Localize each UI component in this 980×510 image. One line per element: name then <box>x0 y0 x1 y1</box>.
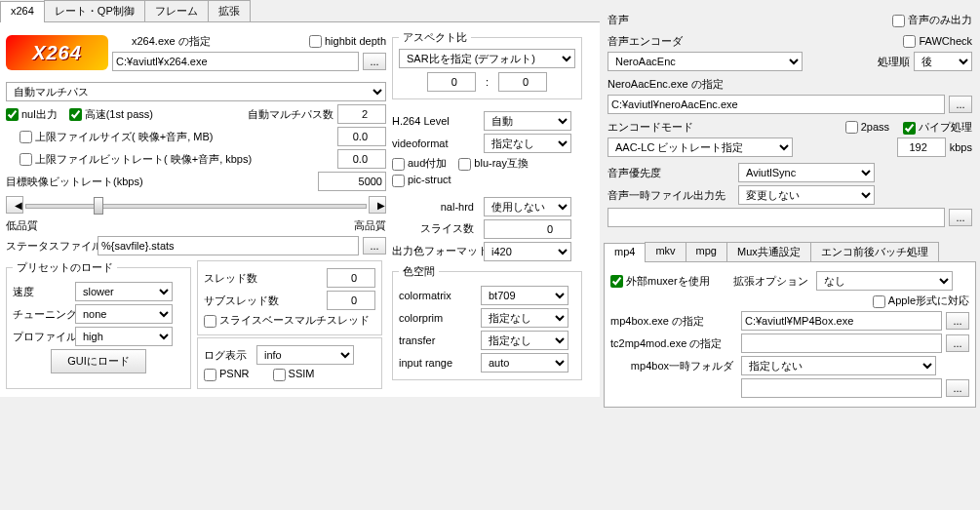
mp4box-browse[interactable]: ... <box>946 312 969 330</box>
pipe-checkbox[interactable]: パイプ処理 <box>903 120 972 135</box>
log-select[interactable]: info <box>256 345 354 365</box>
tc2mp4-path[interactable] <box>741 333 942 353</box>
log-label: ログ表示 <box>204 348 247 363</box>
audio-encoder-label: 音声エンコーダ <box>608 34 705 49</box>
nulout-checkbox[interactable]: nul出力 <box>6 107 58 122</box>
videoformat-label: videoformat <box>392 137 480 149</box>
transfer-label: transfer <box>399 334 477 346</box>
h264level-label: H.264 Level <box>392 115 480 127</box>
audio-tempout-path[interactable] <box>608 208 945 227</box>
colorspace-legend: 色空間 <box>399 264 439 279</box>
colorprim-select[interactable]: 指定なし <box>481 308 568 328</box>
statusfile-browse[interactable]: ... <box>363 237 386 255</box>
audio-bitrate[interactable] <box>897 137 946 157</box>
order-select[interactable]: 後 <box>914 52 972 71</box>
tab-batch[interactable]: エンコ前後バッチ処理 <box>810 242 939 261</box>
extmuxer-checkbox[interactable]: 外部muxerを使用 <box>610 274 710 289</box>
aspect-mode[interactable]: SAR比を指定 (デフォルト) <box>399 49 575 68</box>
slices-val[interactable] <box>484 219 571 239</box>
autopass-label: 自動マルチパス数 <box>248 107 333 122</box>
audio-priority-label: 音声優先度 <box>608 166 734 180</box>
audio-mode-label: エンコードモード <box>608 120 693 135</box>
outcolor-label: 出力色フォーマット <box>392 244 480 258</box>
profile-select[interactable]: high <box>75 327 173 346</box>
mp4tmp-browse[interactable]: ... <box>946 379 969 397</box>
bluray-checkbox[interactable]: blu-ray互換 <box>458 156 529 171</box>
aspect-v1[interactable] <box>427 72 476 92</box>
ssim-checkbox[interactable]: SSIM <box>273 368 315 381</box>
audio-priority-select[interactable]: AviutlSync <box>738 163 875 182</box>
tab-x264[interactable]: x264 <box>0 1 45 22</box>
quality-slider[interactable] <box>25 195 367 215</box>
twopass-checkbox[interactable]: 2pass <box>845 121 889 135</box>
mp4tmp-path[interactable] <box>741 378 942 398</box>
tab-frame[interactable]: フレーム <box>144 0 209 21</box>
colormatrix-label: colormatrix <box>399 290 477 301</box>
fawcheck-checkbox[interactable]: FAWCheck <box>903 35 972 49</box>
audio-tempout-select[interactable]: 変更しない <box>738 185 875 205</box>
mp4box-path[interactable] <box>741 311 942 331</box>
upper-filerate-val[interactable] <box>337 149 386 169</box>
x264exe-label: x264.exe の指定 <box>132 34 211 49</box>
tab-mp4[interactable]: mp4 <box>604 243 646 262</box>
transfer-select[interactable]: 指定なし <box>481 331 568 350</box>
outcolor-select[interactable]: i420 <box>484 242 571 261</box>
target-bitrate-label: 目標映像ビットレート(kbps) <box>6 175 143 189</box>
upper-filesize-checkbox[interactable]: 上限ファイルサイズ( 映像+音声, MB) <box>20 130 213 144</box>
colormatrix-select[interactable]: bt709 <box>481 286 568 305</box>
h264level-select[interactable]: 自動 <box>484 111 571 131</box>
profile-label: プロファイル <box>13 330 71 344</box>
highbit-checkbox[interactable]: highbit depth <box>309 35 386 49</box>
autopass-spinner[interactable] <box>337 104 386 124</box>
tab-rateqp[interactable]: レート・QP制御 <box>44 0 145 21</box>
slicebase-checkbox[interactable]: スライスベースマルチスレッド <box>204 313 370 328</box>
x264exe-path[interactable] <box>112 52 359 71</box>
nalhrd-select[interactable]: 使用しない <box>484 197 571 216</box>
audio-tempout-browse[interactable]: ... <box>949 209 972 226</box>
tab-ext[interactable]: 拡張 <box>208 0 251 21</box>
tune-select[interactable]: none <box>75 304 173 324</box>
tab-mkv[interactable]: mkv <box>645 242 686 261</box>
mp4box-label: mp4box.exe の指定 <box>610 314 737 329</box>
audio-exe-path[interactable] <box>608 95 945 114</box>
threads-val[interactable] <box>327 268 375 288</box>
inputrange-select[interactable]: auto <box>481 353 568 373</box>
preset-legend: プリセットのロード <box>13 260 117 275</box>
subthreads-val[interactable] <box>327 291 375 310</box>
fast1st-checkbox[interactable]: 高速(1st pass) <box>69 107 153 122</box>
statusfile-val[interactable] <box>98 236 359 255</box>
audio-mode-select[interactable]: AAC-LC ビットレート指定 <box>608 137 793 157</box>
tune-label: チューニング <box>13 307 71 322</box>
mp4tmp-select[interactable]: 指定しない <box>741 356 936 375</box>
upper-filesize-val[interactable] <box>337 127 386 146</box>
audio-encoder-select[interactable]: NeroAacEnc <box>608 52 803 71</box>
picstruct-checkbox[interactable]: pic-struct <box>392 174 451 187</box>
gui-load-button[interactable]: GUIにロード <box>51 349 146 373</box>
upper-filerate-checkbox[interactable]: 上限ファイルビットレート( 映像+音声, kbps) <box>20 152 252 167</box>
x264exe-browse[interactable]: ... <box>363 53 386 70</box>
tab-mpg[interactable]: mpg <box>686 242 727 261</box>
aspect-colon: : <box>486 76 489 88</box>
psnr-checkbox[interactable]: PSNR <box>204 368 250 381</box>
audio-exe-browse[interactable]: ... <box>949 96 972 113</box>
extopt-select[interactable]: なし <box>816 271 953 291</box>
tc2mp4-browse[interactable]: ... <box>946 334 969 352</box>
aud-checkbox[interactable]: aud付加 <box>392 156 447 171</box>
target-bitrate-val[interactable] <box>318 172 386 191</box>
multipass-mode-select[interactable]: 自動マルチパス <box>6 82 386 101</box>
threads-label: スレッド数 <box>204 271 323 286</box>
subthreads-label: サブスレッド数 <box>204 294 323 308</box>
tab-muxcommon[interactable]: Mux共通設定 <box>726 242 811 261</box>
quality-low-label: 低品質 <box>6 218 38 233</box>
speed-label: 速度 <box>13 285 71 299</box>
speed-select[interactable]: slower <box>75 282 173 301</box>
aspect-v2[interactable] <box>498 72 547 92</box>
audio-only-checkbox[interactable]: 音声のみ出力 <box>892 13 972 27</box>
apple-checkbox[interactable]: Apple形式に対応 <box>873 294 969 308</box>
audio-title: 音声 <box>608 13 629 27</box>
tc2mp4-label: tc2mp4mod.exe の指定 <box>610 336 737 351</box>
slider-left[interactable]: ◀ <box>6 196 23 214</box>
slider-right[interactable]: ▶ <box>369 196 386 214</box>
videoformat-select[interactable]: 指定なし <box>484 134 571 153</box>
kbps-label: kbps <box>950 141 972 153</box>
